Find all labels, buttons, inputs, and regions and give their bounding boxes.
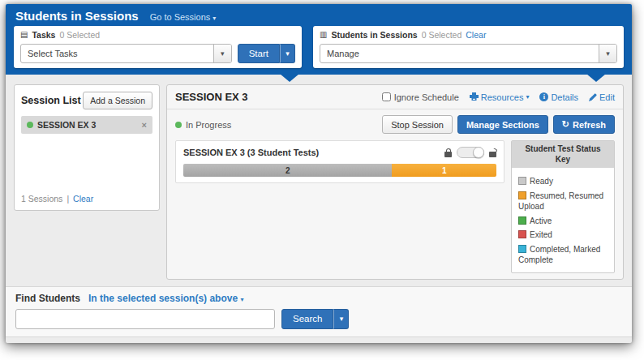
students-selected-count: 0 Selected [422, 30, 462, 40]
ignore-schedule-checkbox-label[interactable]: Ignore Schedule [382, 92, 459, 102]
status-key-title: Student Test Status Key [512, 141, 614, 168]
caret-down-icon: ▾ [526, 93, 529, 101]
remove-session-icon[interactable]: × [142, 120, 147, 130]
select-tasks-dropdown[interactable]: Select Tasks ▾ [20, 44, 232, 63]
student-test-status-key: Student Test Status Key Ready Resumed, R… [511, 140, 615, 273]
lock-toggle[interactable] [457, 147, 484, 158]
refresh-button[interactable]: ↻ Refresh [553, 115, 615, 134]
status-key-active: Active [518, 216, 608, 227]
caret-down-icon: ▾ [213, 15, 216, 22]
start-button[interactable]: Start [238, 44, 280, 63]
ready-swatch-icon [518, 177, 526, 185]
caret-down-icon: ▾ [240, 296, 243, 303]
search-caret-button[interactable]: ▾ [333, 309, 349, 329]
manage-dropdown[interactable]: Manage ▾ [320, 44, 617, 63]
app-window: Students in Sessions Go to Sessions ▾ ▤ … [6, 4, 632, 343]
page-content: Session List Add a Session SESSION EX 3 … [6, 75, 632, 343]
manage-sections-button[interactable]: Manage Sections [457, 115, 548, 134]
resumed-segment: 1 [392, 164, 496, 177]
exited-swatch-icon [518, 230, 526, 238]
ignore-schedule-checkbox[interactable] [382, 92, 391, 101]
test-status-progress-bar: 2 1 [183, 164, 496, 177]
status-dot-icon [175, 122, 182, 128]
active-swatch-icon [518, 216, 526, 225]
separator: | [67, 194, 69, 204]
status-dot-icon [27, 122, 33, 128]
page-title: Students in Sessions [15, 9, 139, 23]
caret-down-icon[interactable]: ▾ [599, 45, 616, 62]
add-a-session-button[interactable]: Add a Session [83, 92, 152, 109]
go-to-sessions-link[interactable]: Go to Sessions ▾ [150, 12, 217, 22]
start-caret-button[interactable]: ▾ [280, 44, 295, 63]
search-button[interactable]: Search [281, 309, 333, 329]
session-list-item[interactable]: SESSION EX 3 × [21, 116, 152, 134]
page-header: Students in Sessions Go to Sessions ▾ ▤ … [6, 4, 632, 75]
session-list-panel: Session List Add a Session SESSION EX 3 … [14, 84, 160, 211]
search-scope-dropdown[interactable]: In the selected session(s) above ▾ [88, 293, 243, 304]
students-in-sessions-panel: ▥ Students in Sessions 0 Selected Clear … [313, 26, 624, 68]
find-students-input[interactable] [15, 309, 275, 329]
resources-menu[interactable]: Resources ▾ [470, 92, 530, 102]
refresh-icon: ↻ [562, 119, 569, 130]
tasks-panel: ▤ Tasks 0 Selected Select Tasks ▾ Start … [14, 26, 302, 68]
select-tasks-value: Select Tasks [21, 45, 213, 62]
details-link[interactable]: i Details [539, 92, 578, 102]
find-students-section: Find Students In the selected session(s)… [6, 286, 632, 337]
status-key-resumed: Resumed, Resumed Upload [518, 191, 608, 212]
status-key-ready: Ready [518, 176, 608, 187]
session-count: 1 Sessions [21, 194, 62, 204]
tasks-pointer [280, 74, 299, 82]
status-key-completed: Completed, Marked Complete [518, 244, 608, 266]
unlock-icon [489, 152, 496, 157]
stop-session-button[interactable]: Stop Session [382, 115, 453, 134]
lock-icon [444, 152, 452, 157]
session-title: SESSION EX 3 [175, 91, 248, 103]
students-panel-title: Students in Sessions [331, 30, 417, 40]
manage-dropdown-value: Manage [320, 45, 599, 62]
printer-icon [470, 92, 479, 101]
session-detail-panel: SESSION EX 3 Ignore Schedule Resources ▾ [166, 84, 624, 280]
ready-segment: 2 [183, 164, 392, 177]
resumed-swatch-icon [518, 191, 526, 199]
session-card: SESSION EX 3 (3 Student Tests) 2 1 [175, 140, 504, 183]
students-icon: ▥ [320, 31, 327, 39]
tasks-selected-count: 0 Selected [59, 30, 100, 40]
pencil-icon [589, 93, 597, 101]
edit-link[interactable]: Edit [589, 92, 615, 102]
status-key-exited: Exited [518, 229, 608, 241]
tasks-icon: ▤ [20, 31, 28, 39]
session-list-item-label: SESSION EX 3 [37, 120, 96, 130]
completed-swatch-icon [518, 245, 526, 253]
session-list-clear-link[interactable]: Clear [73, 194, 93, 204]
info-icon: i [539, 92, 548, 101]
session-status: In Progress [175, 120, 231, 130]
students-clear-link[interactable]: Clear [466, 30, 486, 40]
session-card-title: SESSION EX 3 (3 Student Tests) [183, 148, 319, 157]
session-list-title: Session List [21, 95, 81, 106]
tasks-panel-title: Tasks [32, 30, 55, 40]
find-students-label: Find Students [15, 293, 80, 304]
students-pointer [586, 74, 606, 82]
caret-down-icon[interactable]: ▾ [213, 45, 231, 62]
